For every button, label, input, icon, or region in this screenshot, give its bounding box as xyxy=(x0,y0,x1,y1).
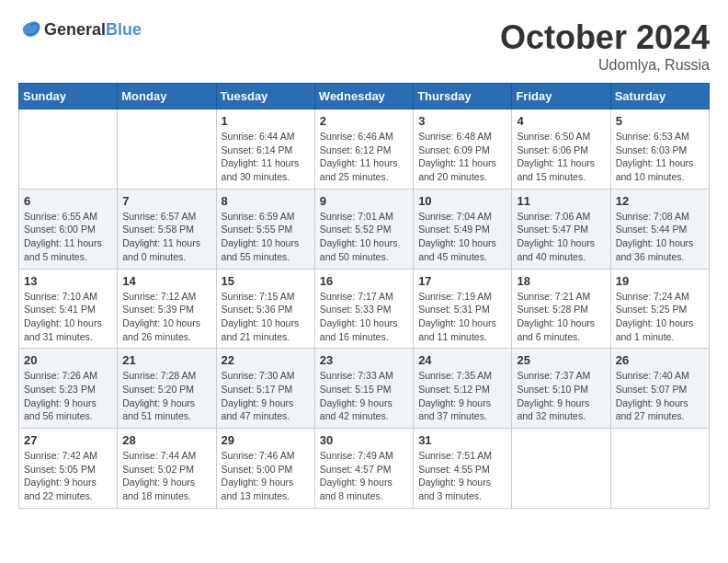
day-number: 7 xyxy=(122,194,210,208)
calendar-header-friday: Friday xyxy=(512,84,610,109)
day-info: Sunrise: 7:17 AM Sunset: 5:33 PM Dayligh… xyxy=(320,290,408,344)
calendar-cell: 7Sunrise: 6:57 AM Sunset: 5:58 PM Daylig… xyxy=(118,189,216,269)
calendar-cell: 12Sunrise: 7:08 AM Sunset: 5:44 PM Dayli… xyxy=(610,189,709,269)
day-info: Sunrise: 6:57 AM Sunset: 5:58 PM Dayligh… xyxy=(122,210,210,264)
calendar-cell: 16Sunrise: 7:17 AM Sunset: 5:33 PM Dayli… xyxy=(314,269,413,349)
calendar-cell: 25Sunrise: 7:37 AM Sunset: 5:10 PM Dayli… xyxy=(512,349,610,429)
day-info: Sunrise: 7:30 AM Sunset: 5:17 PM Dayligh… xyxy=(222,369,310,423)
day-number: 27 xyxy=(24,433,112,447)
day-info: Sunrise: 6:55 AM Sunset: 6:00 PM Dayligh… xyxy=(24,210,112,264)
day-info: Sunrise: 7:42 AM Sunset: 5:05 PM Dayligh… xyxy=(24,449,112,503)
page-header: GeneralBlue October 2024 Udomlya, Russia xyxy=(18,18,710,74)
month-title: October 2024 xyxy=(500,18,710,57)
day-info: Sunrise: 7:44 AM Sunset: 5:02 PM Dayligh… xyxy=(122,449,210,503)
day-number: 20 xyxy=(24,353,112,367)
day-number: 17 xyxy=(418,274,506,288)
location-title: Udomlya, Russia xyxy=(500,57,710,74)
calendar-header-wednesday: Wednesday xyxy=(314,84,413,109)
day-info: Sunrise: 7:04 AM Sunset: 5:49 PM Dayligh… xyxy=(418,210,506,264)
calendar-week-row: 27Sunrise: 7:42 AM Sunset: 5:05 PM Dayli… xyxy=(19,429,710,509)
day-info: Sunrise: 6:46 AM Sunset: 6:12 PM Dayligh… xyxy=(320,130,408,184)
day-info: Sunrise: 6:53 AM Sunset: 6:03 PM Dayligh… xyxy=(616,130,704,184)
calendar-week-row: 6Sunrise: 6:55 AM Sunset: 6:00 PM Daylig… xyxy=(19,189,710,269)
day-info: Sunrise: 7:10 AM Sunset: 5:41 PM Dayligh… xyxy=(24,290,112,344)
calendar-cell: 3Sunrise: 6:48 AM Sunset: 6:09 PM Daylig… xyxy=(414,109,512,190)
calendar-cell: 10Sunrise: 7:04 AM Sunset: 5:49 PM Dayli… xyxy=(414,189,512,269)
calendar-cell: 29Sunrise: 7:46 AM Sunset: 5:00 PM Dayli… xyxy=(216,429,314,509)
day-number: 5 xyxy=(616,114,704,128)
calendar-cell: 8Sunrise: 6:59 AM Sunset: 5:55 PM Daylig… xyxy=(216,189,314,269)
day-number: 30 xyxy=(320,433,408,447)
calendar-header-row: SundayMondayTuesdayWednesdayThursdayFrid… xyxy=(19,84,710,109)
calendar-cell: 9Sunrise: 7:01 AM Sunset: 5:52 PM Daylig… xyxy=(314,189,413,269)
day-info: Sunrise: 7:33 AM Sunset: 5:15 PM Dayligh… xyxy=(320,369,408,423)
calendar-week-row: 1Sunrise: 6:44 AM Sunset: 6:14 PM Daylig… xyxy=(19,109,710,190)
day-info: Sunrise: 7:51 AM Sunset: 4:55 PM Dayligh… xyxy=(418,449,506,503)
day-number: 21 xyxy=(122,353,210,367)
day-number: 2 xyxy=(320,114,408,128)
day-info: Sunrise: 7:37 AM Sunset: 5:10 PM Dayligh… xyxy=(517,369,605,423)
calendar-cell xyxy=(118,109,216,190)
day-number: 1 xyxy=(222,114,310,128)
calendar-table: SundayMondayTuesdayWednesdayThursdayFrid… xyxy=(18,83,710,509)
day-info: Sunrise: 7:06 AM Sunset: 5:47 PM Dayligh… xyxy=(517,210,605,264)
day-info: Sunrise: 7:12 AM Sunset: 5:39 PM Dayligh… xyxy=(122,290,210,344)
calendar-cell: 17Sunrise: 7:19 AM Sunset: 5:31 PM Dayli… xyxy=(414,269,512,349)
day-number: 9 xyxy=(320,194,408,208)
day-number: 14 xyxy=(122,274,210,288)
day-number: 6 xyxy=(24,194,112,208)
day-info: Sunrise: 6:50 AM Sunset: 6:06 PM Dayligh… xyxy=(517,130,605,184)
logo-blue-text: Blue xyxy=(106,20,142,39)
day-number: 18 xyxy=(517,274,605,288)
day-number: 10 xyxy=(418,194,506,208)
calendar-week-row: 13Sunrise: 7:10 AM Sunset: 5:41 PM Dayli… xyxy=(19,269,710,349)
calendar-cell: 5Sunrise: 6:53 AM Sunset: 6:03 PM Daylig… xyxy=(610,109,709,190)
calendar-cell: 20Sunrise: 7:26 AM Sunset: 5:23 PM Dayli… xyxy=(19,349,118,429)
logo-general-text: General xyxy=(44,20,106,39)
title-block: October 2024 Udomlya, Russia xyxy=(500,18,710,74)
day-info: Sunrise: 7:19 AM Sunset: 5:31 PM Dayligh… xyxy=(418,290,506,344)
day-number: 16 xyxy=(320,274,408,288)
day-number: 11 xyxy=(517,194,605,208)
day-number: 13 xyxy=(24,274,112,288)
calendar-cell: 21Sunrise: 7:28 AM Sunset: 5:20 PM Dayli… xyxy=(118,349,216,429)
calendar-cell: 15Sunrise: 7:15 AM Sunset: 5:36 PM Dayli… xyxy=(216,269,314,349)
day-number: 28 xyxy=(122,433,210,447)
day-number: 23 xyxy=(320,353,408,367)
calendar-cell xyxy=(19,109,118,190)
calendar-cell: 6Sunrise: 6:55 AM Sunset: 6:00 PM Daylig… xyxy=(19,189,118,269)
calendar-cell: 27Sunrise: 7:42 AM Sunset: 5:05 PM Dayli… xyxy=(19,429,118,509)
calendar-header-sunday: Sunday xyxy=(19,84,118,109)
day-number: 19 xyxy=(616,274,704,288)
calendar-cell xyxy=(512,429,610,509)
day-number: 3 xyxy=(418,114,506,128)
day-info: Sunrise: 7:26 AM Sunset: 5:23 PM Dayligh… xyxy=(24,369,112,423)
day-info: Sunrise: 7:21 AM Sunset: 5:28 PM Dayligh… xyxy=(517,290,605,344)
calendar-header-monday: Monday xyxy=(118,84,216,109)
day-number: 4 xyxy=(517,114,605,128)
day-info: Sunrise: 7:01 AM Sunset: 5:52 PM Dayligh… xyxy=(320,210,408,264)
day-number: 25 xyxy=(517,353,605,367)
calendar-cell: 19Sunrise: 7:24 AM Sunset: 5:25 PM Dayli… xyxy=(610,269,709,349)
day-info: Sunrise: 7:15 AM Sunset: 5:36 PM Dayligh… xyxy=(222,290,310,344)
calendar-cell: 23Sunrise: 7:33 AM Sunset: 5:15 PM Dayli… xyxy=(314,349,413,429)
logo: GeneralBlue xyxy=(18,18,142,40)
calendar-cell: 22Sunrise: 7:30 AM Sunset: 5:17 PM Dayli… xyxy=(216,349,314,429)
day-info: Sunrise: 7:49 AM Sunset: 4:57 PM Dayligh… xyxy=(320,449,408,503)
day-number: 8 xyxy=(222,194,310,208)
calendar-cell: 28Sunrise: 7:44 AM Sunset: 5:02 PM Dayli… xyxy=(118,429,216,509)
day-number: 31 xyxy=(418,433,506,447)
day-info: Sunrise: 7:24 AM Sunset: 5:25 PM Dayligh… xyxy=(616,290,704,344)
day-number: 22 xyxy=(222,353,310,367)
day-info: Sunrise: 6:59 AM Sunset: 5:55 PM Dayligh… xyxy=(222,210,310,264)
calendar-cell: 11Sunrise: 7:06 AM Sunset: 5:47 PM Dayli… xyxy=(512,189,610,269)
day-info: Sunrise: 7:35 AM Sunset: 5:12 PM Dayligh… xyxy=(418,369,506,423)
day-number: 12 xyxy=(616,194,704,208)
calendar-cell: 13Sunrise: 7:10 AM Sunset: 5:41 PM Dayli… xyxy=(19,269,118,349)
calendar-cell: 18Sunrise: 7:21 AM Sunset: 5:28 PM Dayli… xyxy=(512,269,610,349)
calendar-header-saturday: Saturday xyxy=(610,84,709,109)
calendar-cell: 26Sunrise: 7:40 AM Sunset: 5:07 PM Dayli… xyxy=(610,349,709,429)
day-number: 26 xyxy=(616,353,704,367)
day-number: 24 xyxy=(418,353,506,367)
calendar-cell: 2Sunrise: 6:46 AM Sunset: 6:12 PM Daylig… xyxy=(314,109,413,190)
